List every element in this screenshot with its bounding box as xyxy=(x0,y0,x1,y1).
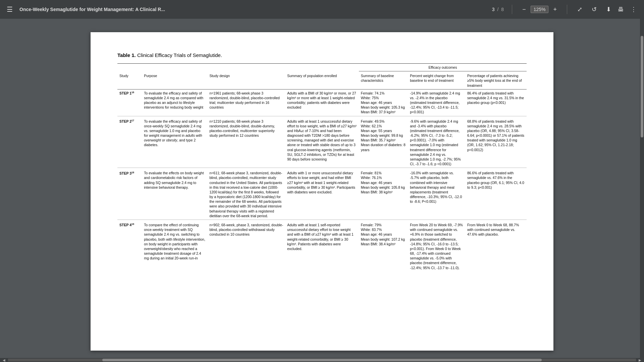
cell-population: Adults with at least 1 unsuccessful diet… xyxy=(285,116,359,168)
page-current[interactable]: 3 xyxy=(492,7,495,12)
cell-weight-change: -14.9% with semaglutide 2.4 mg vs. -2.4%… xyxy=(408,89,465,116)
menu-icon[interactable]: ☰ xyxy=(5,4,14,15)
table-title: Table 1. Clinical Efficacy Trials of Sem… xyxy=(117,52,527,58)
zoom-in-button[interactable]: + xyxy=(551,5,559,14)
cell-design: n=611; 68-week phase 3, randomized, doub… xyxy=(207,168,285,220)
download-button[interactable]: ⬇ xyxy=(604,4,613,14)
table-row: STEP 318To evaluate the effects on body … xyxy=(117,168,527,220)
scrollbar-left-arrow[interactable]: ◀ xyxy=(0,358,8,362)
page-total: 8 xyxy=(501,7,504,12)
cell-purpose: To evaluate the efficacy and safety of o… xyxy=(142,116,207,168)
cell-weight-change: -9.6% with semaglutide 2.4 mg and -3.4% … xyxy=(408,116,465,168)
history-button[interactable]: ↺ xyxy=(590,4,599,14)
col-header-population: Summary of population enrolled xyxy=(285,71,359,89)
cell-design: n=1961 patients; 68-week phase 3 randomi… xyxy=(207,89,285,116)
scrollbar-thumb[interactable] xyxy=(102,359,542,361)
print-button[interactable]: 🖶 xyxy=(616,5,626,14)
table-row: STEP 217To evaluate the efficacy and saf… xyxy=(117,116,527,168)
efficacy-trials-table: Efficacy outcomes Study Purpose Study de… xyxy=(117,63,527,272)
scrollbar-right-arrow[interactable]: ▶ xyxy=(636,358,644,362)
table-title-bold: Table 1. xyxy=(117,52,136,58)
scrollbar-track[interactable] xyxy=(8,359,636,361)
page-slash: / xyxy=(497,7,498,12)
cell-population: Adults with a BMI of 30 kg/m² or more, o… xyxy=(285,89,359,116)
efficacy-outcomes-header: Efficacy outcomes xyxy=(359,64,527,71)
cell-population: Adults with 1 or more unsuccessful dieta… xyxy=(285,168,359,220)
cell-study: STEP 217 xyxy=(117,116,142,168)
cell-purpose: To evaluate the efficacy and safety of s… xyxy=(142,89,207,116)
cell-purpose: To compare the effect of continuing once… xyxy=(142,220,207,271)
cell-weight-change: From Week 20 to Week 69, -7.9% with cont… xyxy=(408,220,465,271)
col-header-purpose: Purpose xyxy=(142,71,207,89)
right-scrollbar[interactable] xyxy=(640,19,644,358)
cell-population: Adults with at least 1 self-reported uns… xyxy=(285,220,359,271)
cell-design: n=902; 68-week, phase 3, randomized, dou… xyxy=(207,220,285,271)
right-scrollbar-thumb[interactable] xyxy=(641,36,643,138)
cell-design: n=1210 patients; 68-week phase 3 randomi… xyxy=(207,116,285,168)
toolbar-separator-1 xyxy=(512,5,512,14)
cell-baseline: Female: 81% White: 76.1% Mean age: 46 ye… xyxy=(359,168,408,220)
zoom-value[interactable]: 125% xyxy=(531,6,549,13)
cell-pct-patients: From Week 0 to Week 68, 88.7% with conti… xyxy=(465,220,527,271)
toolbar-right-actions: ⬇ 🖶 ⋮ xyxy=(604,4,639,14)
fit-page-button[interactable]: ⤢ xyxy=(575,4,584,14)
cell-baseline: Female: 49.5% White: 62.1% Mean age: 55 … xyxy=(359,116,408,168)
table-row: STEP 419To compare the effect of continu… xyxy=(117,220,527,271)
cell-purpose: To evaluate the effects on body weight a… xyxy=(142,168,207,220)
zoom-controls: − 125% + xyxy=(520,5,559,14)
cell-study: STEP 419 xyxy=(117,220,142,271)
col-header-baseline: Summary of baseline characteristics xyxy=(359,71,408,89)
cell-pct-patients: 68.8% of patients treated with semagluti… xyxy=(465,116,527,168)
cell-study: STEP 318 xyxy=(117,168,142,220)
col-header-pct-patients: Percentage of patients achieving ≥5% bod… xyxy=(465,71,527,89)
col-header-weight-change: Percent weight change from baseline to e… xyxy=(408,71,465,89)
more-options-button[interactable]: ⋮ xyxy=(629,4,639,14)
cell-weight-change: -16.0% with semaglutide vs. -5.7% with p… xyxy=(408,168,465,220)
table-title-normal: Clinical Efficacy Trials of Semaglutide. xyxy=(136,52,222,58)
header-empty-span xyxy=(117,64,359,71)
cell-study: STEP 116 xyxy=(117,89,142,116)
cell-baseline: Female: 74.1% White: 75% Mean age: 46 ye… xyxy=(359,89,408,116)
toolbar-separator-2 xyxy=(567,5,567,14)
pdf-viewer: Table 1. Clinical Efficacy Trials of Sem… xyxy=(0,19,644,362)
cell-pct-patients: 86.6% of patients treated with semagluti… xyxy=(465,168,527,220)
table-header-top: Efficacy outcomes xyxy=(117,64,527,71)
bottom-scrollbar[interactable]: ◀ ▶ xyxy=(0,358,644,362)
table-subheader: Study Purpose Study design Summary of po… xyxy=(117,71,527,89)
col-header-design: Study design xyxy=(207,71,285,89)
pdf-page: Table 1. Clinical Efficacy Trials of Sem… xyxy=(91,32,553,351)
zoom-out-button[interactable]: − xyxy=(520,5,528,14)
col-header-study: Study xyxy=(117,71,142,89)
toolbar: ☰ Once-Weekly Semaglutide for Weight Man… xyxy=(0,0,644,19)
cell-baseline: Female: 79% White: 83.7% Mean age: 46 ye… xyxy=(359,220,408,271)
document-title: Once-Weekly Semaglutide for Weight Manag… xyxy=(19,7,487,12)
page-navigation: 3 / 8 xyxy=(492,7,504,12)
table-row: STEP 116To evaluate the efficacy and saf… xyxy=(117,89,527,116)
cell-pct-patients: 86.4% of patients treated with semagluti… xyxy=(465,89,527,116)
